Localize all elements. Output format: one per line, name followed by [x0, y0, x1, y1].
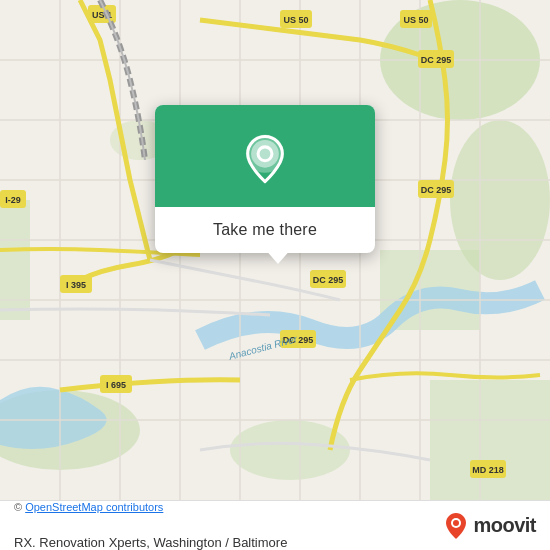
moovit-pin-icon — [445, 512, 467, 540]
popup-arrow — [264, 248, 292, 264]
svg-point-51 — [453, 520, 459, 526]
footer: © OpenStreetMap contributors RX. Renovat… — [0, 500, 550, 550]
location-label: RX. Renovation Xperts, Washington / Balt… — [14, 535, 287, 550]
popup-body[interactable]: Take me there — [155, 207, 375, 253]
footer-attribution: © OpenStreetMap contributors RX. Renovat… — [14, 501, 287, 550]
svg-text:DC 295: DC 295 — [421, 55, 452, 65]
svg-text:I 695: I 695 — [106, 380, 126, 390]
svg-rect-7 — [430, 380, 550, 500]
svg-text:DC 295: DC 295 — [313, 275, 344, 285]
svg-point-48 — [251, 140, 279, 168]
location-pin-icon — [239, 133, 291, 185]
svg-text:DC 295: DC 295 — [421, 185, 452, 195]
svg-text:US 50: US 50 — [403, 15, 428, 25]
svg-text:I-29: I-29 — [5, 195, 21, 205]
popup-header — [155, 105, 375, 207]
osm-attribution: © OpenStreetMap contributors — [14, 501, 163, 513]
take-me-there-button[interactable]: Take me there — [213, 221, 317, 239]
svg-text:I 395: I 395 — [66, 280, 86, 290]
location-popup: Take me there — [155, 105, 375, 253]
moovit-logo-text: moovit — [473, 514, 536, 537]
svg-text:US 50: US 50 — [283, 15, 308, 25]
svg-rect-5 — [0, 200, 30, 320]
osm-link[interactable]: OpenStreetMap contributors — [25, 501, 163, 513]
svg-text:MD 218: MD 218 — [472, 465, 504, 475]
moovit-branding: moovit — [445, 512, 536, 540]
map-view: US 1 I 395 I 695 US 50 US 50 DC 295 DC 2… — [0, 0, 550, 500]
